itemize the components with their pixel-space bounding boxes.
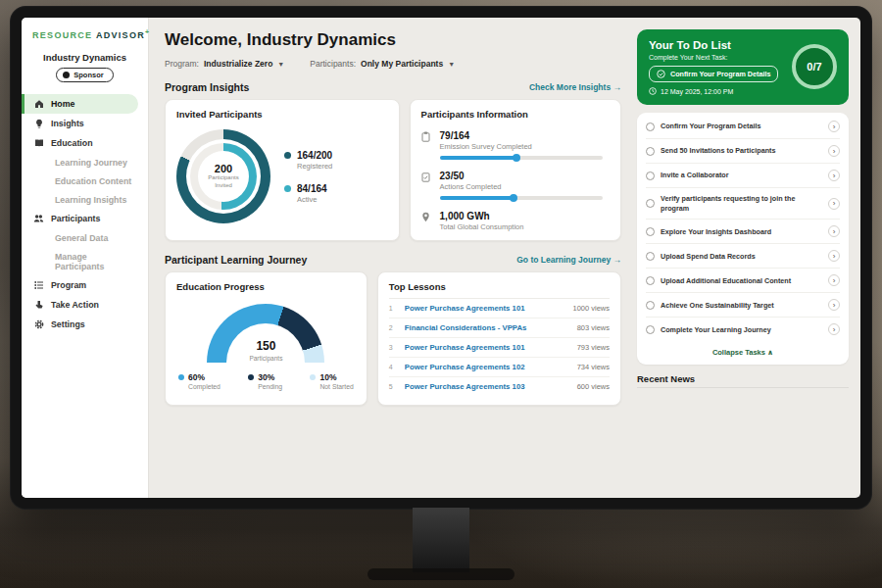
task-row[interactable]: Send 50 Invitations to Participants › xyxy=(646,139,840,164)
chevron-down-icon: ▼ xyxy=(277,61,284,68)
go-to-learning-journey-link[interactable]: Go to Learning Journey → xyxy=(516,255,621,265)
clipboard-icon xyxy=(421,131,432,142)
chevron-right-icon[interactable]: › xyxy=(828,274,840,286)
task-checkbox[interactable] xyxy=(646,147,655,156)
task-checkbox[interactable] xyxy=(646,301,655,310)
gauge-legend-dot xyxy=(310,374,316,380)
legend-item-pending: 30% Pending xyxy=(248,372,282,390)
task-row[interactable]: Upload Additional Educational Content › xyxy=(646,269,840,293)
lesson-link[interactable]: Power Purchase Agreements 103 xyxy=(405,382,570,391)
sidebar-item-take-action[interactable]: Take Action xyxy=(22,295,148,315)
emission-progress-bar xyxy=(440,156,604,160)
chevron-right-icon[interactable]: › xyxy=(828,225,840,237)
todo-summary-card: Your To Do List Complete Your Next Task:… xyxy=(637,29,849,105)
sidebar-item-settings[interactable]: Settings xyxy=(22,315,148,334)
list-icon xyxy=(33,280,44,291)
sidebar: RESOURCE ADVISOR+ Industry Dynamics Spon… xyxy=(22,18,149,498)
todo-progress-ring: 0/7 xyxy=(792,44,837,89)
chevron-right-icon[interactable]: › xyxy=(828,145,840,157)
gear-icon xyxy=(33,319,44,330)
lesson-row: 5 Power Purchase Agreements 103 600 view… xyxy=(389,377,610,396)
check-circle-icon xyxy=(657,70,665,78)
check-more-insights-link[interactable]: Check More Insights → xyxy=(529,82,621,92)
task-row[interactable]: Confirm Your Program Details › xyxy=(646,115,840,139)
location-pin-icon xyxy=(421,212,432,222)
lesson-row: 1 Power Purchase Agreements 101 1000 vie… xyxy=(389,299,610,318)
task-row[interactable]: Achieve One Sustainability Target › xyxy=(646,293,840,318)
chevron-right-icon[interactable]: › xyxy=(828,323,840,335)
page-title: Welcome, Industry Dynamics xyxy=(165,30,621,50)
sidebar-item-learning-insights[interactable]: Learning Insights xyxy=(22,190,148,209)
sponsor-icon xyxy=(63,72,70,78)
next-task-button[interactable]: Confirm Your Program Details xyxy=(649,66,778,82)
chevron-right-icon[interactable]: › xyxy=(828,299,840,311)
program-insights-title: Program Insights xyxy=(165,81,249,93)
monitor-stand xyxy=(413,508,469,572)
lesson-link[interactable]: Power Purchase Agreements 101 xyxy=(405,304,566,313)
monitor-bezel: RESOURCE ADVISOR+ Industry Dynamics Spon… xyxy=(10,6,872,510)
chevron-right-icon[interactable]: › xyxy=(828,250,840,262)
task-checkbox[interactable] xyxy=(646,252,655,261)
sidebar-item-learning-journey[interactable]: Learning Journey xyxy=(22,153,148,172)
task-row[interactable]: Complete Your Learning Journey › xyxy=(646,318,840,341)
sidebar-item-education-content[interactable]: Education Content xyxy=(22,172,148,190)
pointer-icon xyxy=(33,300,44,311)
collapse-tasks-button[interactable]: Collapse Tasks ∧ xyxy=(646,341,840,363)
lesson-row: 4 Power Purchase Agreements 102 734 view… xyxy=(389,358,610,377)
bulb-icon xyxy=(33,119,44,129)
sidebar-item-general-data[interactable]: General Data xyxy=(22,228,148,247)
chevron-right-icon[interactable]: › xyxy=(828,121,840,132)
filters-row: Program: Industrialize Zero ▼ Participan… xyxy=(165,59,621,69)
arrow-right-icon: → xyxy=(613,255,622,265)
sidebar-item-participants[interactable]: Participants xyxy=(22,209,148,228)
chevron-down-icon: ▼ xyxy=(448,61,455,68)
invited-participants-card: Invited Participants 200 Participants In… xyxy=(165,99,400,241)
program-filter-dropdown[interactable]: Program: Industrialize Zero ▼ xyxy=(165,59,284,69)
chevron-right-icon[interactable]: › xyxy=(828,170,840,181)
chevron-right-icon[interactable]: › xyxy=(828,198,840,210)
sidebar-item-home[interactable]: Home xyxy=(22,94,138,114)
sponsor-badge[interactable]: Sponsor xyxy=(56,68,113,82)
invited-legend-dot xyxy=(284,152,291,159)
dashboard-screen: RESOURCE ADVISOR+ Industry Dynamics Spon… xyxy=(22,18,860,498)
stat-actions-completed: 23/50 Actions Completed xyxy=(421,171,610,200)
task-checkbox[interactable] xyxy=(646,325,655,334)
stat-emission-survey: 79/164 Emission Survey Completed xyxy=(421,130,610,160)
donut-center-label: Participants Invited xyxy=(202,174,245,190)
sidebar-item-insights[interactable]: Insights xyxy=(22,114,148,133)
lesson-link[interactable]: Power Purchase Agreements 101 xyxy=(405,343,570,352)
main-content: Welcome, Industry Dynamics Program: Indu… xyxy=(149,18,633,498)
task-checkbox[interactable] xyxy=(646,227,655,236)
task-checkbox[interactable] xyxy=(646,172,655,180)
sidebar-nav: Home Insights Education Learning Journey… xyxy=(22,94,148,334)
legend-item-not-started: 10% Not Started xyxy=(310,372,353,390)
lesson-row: 2 Financial Considerations - VPPAs 803 v… xyxy=(389,318,610,338)
task-checkbox[interactable] xyxy=(646,122,655,131)
task-checkbox[interactable] xyxy=(646,199,655,208)
education-progress-gauge-chart: 150 Participants xyxy=(207,304,324,363)
gauge-center-label: Participants xyxy=(249,355,282,362)
task-row[interactable]: Explore Your Insights Dashboard › xyxy=(646,220,840,244)
actions-progress-bar xyxy=(440,196,604,200)
participants-filter-dropdown[interactable]: Participants: Only My Participants ▼ xyxy=(310,59,455,69)
task-row[interactable]: Invite a Collaborator › xyxy=(646,164,840,188)
people-icon xyxy=(33,214,44,224)
clock-icon xyxy=(649,87,657,95)
task-row[interactable]: Verify participants requesting to join t… xyxy=(646,188,840,220)
lesson-row: 3 Power Purchase Agreements 101 793 view… xyxy=(389,338,610,358)
stat-bar-fill xyxy=(440,196,515,200)
participants-information-card: Participants Information 79/164 Emission… xyxy=(410,99,621,241)
sidebar-item-manage-participants[interactable]: Manage Participants xyxy=(22,247,148,275)
task-row[interactable]: Upload Spend Data Records › xyxy=(646,244,840,269)
todo-panel: Your To Do List Complete Your Next Task:… xyxy=(633,18,860,498)
monitor-stand-base xyxy=(368,568,514,580)
task-checkbox[interactable] xyxy=(646,276,655,285)
lesson-link[interactable]: Power Purchase Agreements 102 xyxy=(405,363,570,371)
logo-text-secondary: ADVISOR+ xyxy=(96,30,151,40)
gauge-legend-dot xyxy=(248,374,254,380)
lesson-link[interactable]: Financial Considerations - VPPAs xyxy=(405,323,570,332)
sidebar-item-education[interactable]: Education xyxy=(22,133,148,153)
home-icon xyxy=(33,99,44,110)
sidebar-item-program[interactable]: Program xyxy=(22,275,148,295)
top-lessons-card: Top Lessons 1 Power Purchase Agreements … xyxy=(377,271,621,406)
